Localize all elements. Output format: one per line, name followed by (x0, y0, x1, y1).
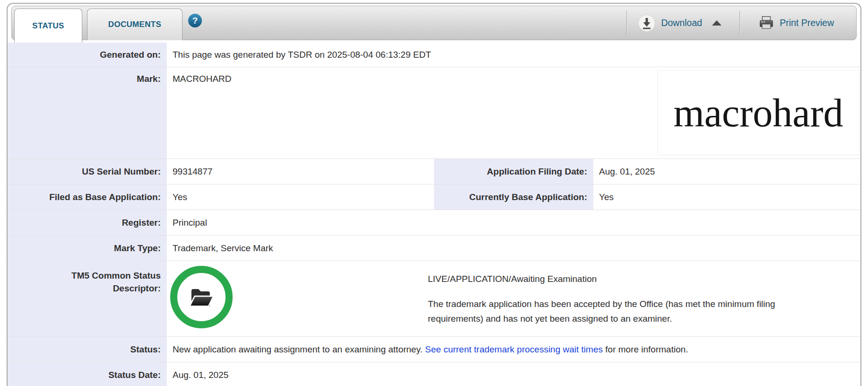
status-value-cell: New application awaiting assignment to a… (167, 337, 860, 362)
tab-status[interactable]: STATUS (14, 9, 82, 43)
register-label: Register: (8, 210, 167, 235)
status-date-value: Aug. 01, 2025 (167, 362, 860, 386)
application-filing-date-label: Application Filing Date: (434, 159, 593, 184)
tab-status-label: STATUS (32, 21, 64, 31)
tm5-label-line2: Descriptor: (113, 282, 161, 295)
download-button[interactable]: Download (638, 14, 721, 32)
us-serial-number-label: US Serial Number: (8, 159, 167, 184)
filed-as-base-label: Filed as Base Application: (8, 184, 167, 210)
help-icon[interactable]: ? (188, 14, 202, 27)
help-icon-glyph: ? (192, 16, 198, 26)
download-icon (638, 14, 656, 32)
print-preview-button[interactable]: Print Preview (758, 16, 834, 30)
us-serial-number-value: 99314877 (167, 159, 434, 184)
tm5-status-value: LIVE/APPLICATION/Awaiting Examination (428, 274, 851, 284)
field-row-generated-on: Generated on: This page was generated by… (8, 43, 860, 67)
generated-on-label: Generated on: (8, 43, 167, 67)
tsdr-status-panel: STATUS DOCUMENTS ? Download (7, 3, 861, 386)
printer-icon (758, 16, 774, 30)
field-row-tm5-status: TM5 Common Status Descriptor: LIVE/APPLI… (8, 261, 860, 336)
toolbar-divider (626, 11, 627, 35)
status-label: Status: (8, 337, 167, 362)
tm5-text-cell: LIVE/APPLICATION/Awaiting Examination Th… (428, 261, 860, 336)
tm5-icon-cell (167, 261, 428, 336)
currently-base-label: Currently Base Application: (434, 184, 593, 210)
toolbar-divider (739, 11, 740, 35)
tab-documents-label: DOCUMENTS (108, 20, 161, 29)
field-row-register: Register: Principal (8, 210, 860, 235)
mark-value-cell: MACROHARD macrohard (167, 67, 860, 158)
register-value: Principal (167, 210, 860, 235)
field-row-status-date: Status Date: Aug. 01, 2025 (8, 362, 860, 386)
mark-type-label: Mark Type: (8, 236, 167, 261)
generated-on-value: This page was generated by TSDR on 2025-… (167, 43, 860, 67)
toolbar-actions: Download (626, 6, 860, 40)
tab-documents[interactable]: DOCUMENTS (87, 9, 182, 40)
status-value-text-after: for more information. (603, 344, 688, 355)
tm5-status-description: The trademark application has been accep… (428, 297, 812, 326)
processing-wait-times-link[interactable]: See current trademark processing wait ti… (425, 344, 603, 355)
currently-base-value: Yes (593, 184, 860, 210)
open-folder-icon (186, 283, 217, 311)
field-row-mark-type: Mark Type: Trademark, Service Mark (8, 235, 860, 261)
caret-up-icon (712, 20, 721, 26)
field-row-mark: Mark: MACROHARD macrohard (8, 67, 860, 158)
tm5-label-line1: TM5 Common Status (71, 269, 161, 282)
mark-value: MACROHARD (173, 74, 232, 84)
field-row-serial-filing: US Serial Number: 99314877 Application F… (8, 158, 860, 184)
mark-label: Mark: (8, 67, 167, 158)
header: STATUS DOCUMENTS ? Download (8, 4, 860, 43)
mark-image-text: macrohard (673, 90, 843, 136)
tm5-label: TM5 Common Status Descriptor: (8, 261, 167, 336)
print-preview-label: Print Preview (780, 18, 834, 28)
tm5-live-status-icon (170, 266, 233, 328)
field-row-base-application: Filed as Base Application: Yes Currently… (8, 184, 860, 210)
download-label: Download (661, 18, 702, 28)
status-value-text: New application awaiting assignment to a… (173, 344, 425, 355)
mark-image: macrohard (657, 70, 859, 155)
filed-as-base-value: Yes (167, 184, 434, 210)
application-filing-date-value: Aug. 01, 2025 (593, 159, 860, 184)
field-row-status: Status: New application awaiting assignm… (8, 336, 860, 362)
mark-type-value: Trademark, Service Mark (167, 236, 860, 261)
status-date-label: Status Date: (8, 362, 167, 386)
